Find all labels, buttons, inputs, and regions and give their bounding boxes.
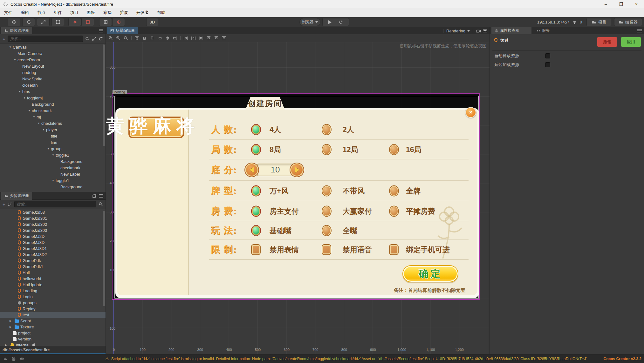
tree-node-nodebg[interactable]: nodebg (0, 69, 106, 76)
asset-item-version[interactable]: version (0, 336, 106, 342)
align-bottom-icon[interactable] (150, 36, 154, 41)
tab-hierarchy[interactable]: 层级管理器 (1, 27, 32, 34)
tree-node-createroom[interactable]: ▼createRoom (0, 57, 106, 63)
popout-icon[interactable] (92, 194, 97, 198)
radio-checked[interactable] (251, 185, 261, 196)
confirm-button[interactable]: 确定 (402, 265, 458, 282)
expand-all-icon[interactable] (92, 37, 96, 41)
search-icon[interactable] (85, 37, 90, 41)
assets-search-input[interactable] (14, 201, 96, 207)
radio-unchecked[interactable] (322, 144, 332, 155)
asset-item-login[interactable]: Login (0, 294, 106, 300)
dist-right-icon[interactable] (199, 36, 203, 41)
align-hcenter-icon[interactable] (165, 36, 170, 41)
asset-item-gamemj3d[interactable]: GameMJ3D (0, 239, 106, 245)
tree-node-new-sprite[interactable]: New Sprite (0, 76, 106, 82)
asset-item-project[interactable]: project (0, 330, 106, 336)
sort-icon[interactable] (8, 202, 12, 206)
tree-node-title[interactable]: title (0, 133, 106, 139)
camera-icon[interactable] (476, 29, 481, 34)
add-asset-button[interactable]: + (3, 202, 5, 207)
menu-item-6[interactable]: 布局 (99, 8, 116, 17)
tree-node-player[interactable]: ▼player (0, 126, 106, 133)
dist-vcenter-icon[interactable] (214, 36, 219, 41)
radio-unchecked[interactable] (322, 205, 332, 217)
align-left-icon[interactable] (157, 36, 162, 41)
radio-checked[interactable] (251, 205, 261, 217)
stepper-increase-button[interactable] (290, 163, 304, 177)
collapse-arrow-icon[interactable]: ▶ (10, 326, 13, 328)
expand-arrow-icon[interactable]: ▼ (52, 179, 56, 182)
menu-item-3[interactable]: 组件 (50, 8, 66, 17)
preview-target-dropdown[interactable]: 浏览器 (299, 18, 320, 26)
radio-unchecked[interactable] (389, 185, 399, 196)
asset-item-gamejzd301[interactable]: GameJzd301 (0, 215, 106, 221)
tab-assets[interactable]: 资源管理器 (1, 192, 32, 200)
refresh-icon[interactable] (99, 37, 103, 41)
assets-scrollbar[interactable] (103, 211, 105, 306)
dialog-close-button[interactable]: × (465, 107, 476, 118)
asset-item-gamejzd53[interactable]: GameJzd53 (0, 209, 106, 215)
revert-button[interactable]: 撤销 (597, 37, 617, 47)
menu-item-9[interactable]: 帮助 (153, 8, 169, 17)
tree-node-background[interactable]: Background (0, 158, 106, 165)
expand-arrow-icon[interactable]: ▼ (23, 97, 27, 99)
tree-node-line[interactable]: line (0, 139, 106, 145)
align-vcenter-icon[interactable] (142, 36, 147, 41)
zoom-out-icon[interactable] (116, 36, 121, 41)
dist-top-icon[interactable] (206, 36, 211, 41)
asset-item-hotupdate[interactable]: HotUpdate (0, 282, 106, 288)
open-editor-button[interactable]: 编辑器 (614, 18, 642, 26)
rect-tool-button[interactable] (51, 18, 64, 26)
chevron-down-icon[interactable] (484, 30, 486, 32)
radio-unchecked[interactable] (322, 124, 332, 135)
radio-checked[interactable] (251, 225, 261, 236)
menu-item-5[interactable]: 面板 (83, 8, 99, 17)
zoom-in-icon[interactable] (108, 36, 113, 41)
property-checkbox[interactable] (545, 62, 550, 67)
align-top-icon[interactable] (134, 36, 139, 41)
expand-arrow-icon[interactable]: ▼ (33, 116, 37, 118)
tree-node-canvas[interactable]: ▼Canvas (0, 44, 106, 50)
panel-menu-icon[interactable] (637, 29, 642, 32)
menu-item-8[interactable]: 开发者 (132, 8, 153, 17)
zoom-fit-icon[interactable] (124, 36, 128, 41)
play-icon[interactable] (328, 20, 332, 24)
rotate-tool-button[interactable] (22, 18, 35, 26)
expand-arrow-icon[interactable]: ▼ (42, 128, 46, 131)
expand-arrow-icon[interactable]: ▼ (47, 147, 51, 150)
rendering-dropdown[interactable]: Rendering (446, 29, 470, 33)
expand-arrow-icon[interactable]: ▼ (14, 58, 17, 61)
menu-item-7[interactable]: 扩展 (116, 8, 132, 17)
checkbox-unchecked[interactable] (322, 244, 331, 255)
tree-node-closebtn[interactable]: closebtn (0, 82, 106, 88)
tree-node-checkmark[interactable]: ▼checkmark (0, 107, 106, 114)
radio-unchecked[interactable] (322, 185, 332, 196)
minimize-button[interactable]: – (598, 0, 613, 8)
asset-item-replay[interactable]: Replay (0, 306, 106, 312)
scale-tool-button[interactable] (37, 18, 50, 26)
radio-unchecked[interactable] (322, 225, 332, 236)
asset-item-gamepdk[interactable]: GamePdk (0, 258, 106, 264)
stepper-decrease-button[interactable] (244, 163, 259, 177)
open-project-button[interactable]: 项目 (586, 18, 611, 26)
search-icon[interactable] (99, 202, 103, 206)
dist-bottom-icon[interactable] (222, 36, 226, 41)
asset-item-gamemj3d1[interactable]: GameMJ3D1 (0, 245, 106, 252)
tree-node-toggle1[interactable]: ▼toggle1 (0, 177, 106, 184)
radio-unchecked[interactable] (389, 205, 399, 217)
close-button[interactable]: × (629, 0, 644, 8)
asset-item-script[interactable]: ▶Script (0, 318, 106, 324)
scene-viewport[interactable]: 使用鼠标右键平移视窗焦点，使用滚轮缩放视图 nodebg 创建房间 × 人 数:… (106, 42, 490, 354)
radio-unchecked[interactable] (389, 144, 399, 155)
tree-node-group[interactable]: ▼group (0, 145, 106, 152)
tree-node-checkmark[interactable]: checkmark (0, 165, 106, 171)
tree-node-btns[interactable]: ▼btns (0, 88, 106, 95)
error-message[interactable]: ⚠ Script attached to 'ddz' in scene 'tes… (105, 356, 587, 361)
hierarchy-scrollbar[interactable] (103, 44, 105, 146)
expand-arrow-icon[interactable]: ▼ (38, 122, 41, 125)
layers-icon[interactable] (11, 357, 16, 361)
collapse-arrow-icon[interactable]: ▶ (10, 319, 13, 322)
tab-services[interactable]: 服务 (533, 27, 553, 34)
dist-hcenter-icon[interactable] (191, 36, 196, 41)
